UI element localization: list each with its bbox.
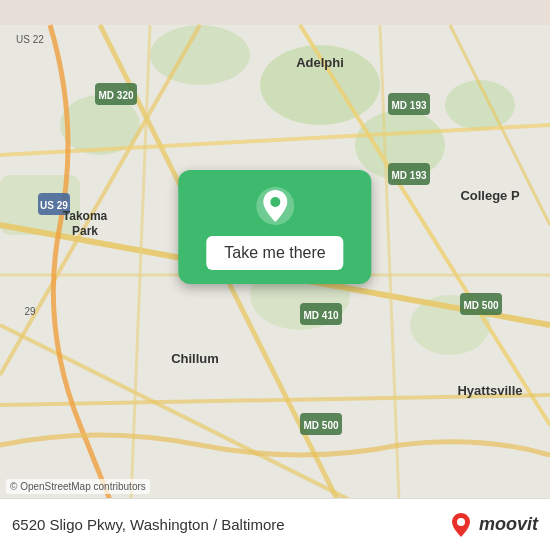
svg-text:Adelphi: Adelphi	[296, 55, 344, 70]
svg-text:MD 193: MD 193	[391, 170, 426, 181]
svg-text:Takoma: Takoma	[63, 209, 108, 223]
svg-text:Chillum: Chillum	[171, 351, 219, 366]
svg-text:MD 320: MD 320	[98, 90, 133, 101]
svg-text:US 22: US 22	[16, 34, 44, 45]
take-me-there-button[interactable]: Take me there	[206, 236, 343, 270]
svg-text:Hyattsville: Hyattsville	[457, 383, 522, 398]
svg-text:Park: Park	[72, 224, 98, 238]
bottom-bar: 6520 Sligo Pkwy, Washington / Baltimore …	[0, 498, 550, 550]
moovit-pin-icon	[447, 511, 475, 539]
map-container: MD 320 MD 193 MD 193 MD 410 MD 500 MD 50…	[0, 0, 550, 550]
take-me-there-container: Take me there	[178, 170, 371, 284]
svg-text:College P: College P	[460, 188, 520, 203]
svg-text:MD 193: MD 193	[391, 100, 426, 111]
copyright-text: © OpenStreetMap contributors	[6, 479, 150, 494]
location-pin-icon	[255, 186, 295, 226]
green-card: Take me there	[178, 170, 371, 284]
svg-text:MD 410: MD 410	[303, 310, 338, 321]
svg-text:MD 500: MD 500	[303, 420, 338, 431]
moovit-text: moovit	[479, 514, 538, 535]
address-text: 6520 Sligo Pkwy, Washington / Baltimore	[12, 516, 285, 533]
svg-text:29: 29	[24, 306, 36, 317]
moovit-logo: moovit	[447, 511, 538, 539]
svg-text:MD 500: MD 500	[463, 300, 498, 311]
svg-point-4	[150, 25, 250, 85]
svg-point-44	[457, 518, 465, 526]
svg-point-43	[270, 197, 280, 207]
